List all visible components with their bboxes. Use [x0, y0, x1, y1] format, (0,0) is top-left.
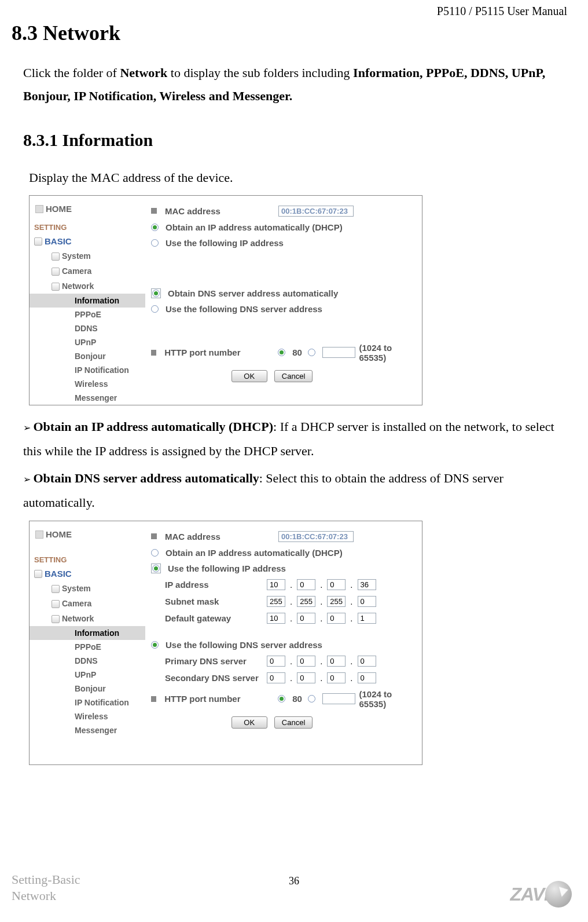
mask-oct-3[interactable]: 255	[327, 596, 346, 607]
brand-logo: ZAVI	[491, 879, 572, 909]
pdns-oct-3[interactable]: 0	[327, 656, 346, 667]
port-hint: (1024 to 65535)	[359, 343, 416, 363]
subsection-title: Information	[63, 130, 153, 149]
para-obtain-dns-bold: Obtain DNS server address automatically	[33, 471, 259, 485]
mask-oct-2[interactable]: 255	[297, 596, 315, 607]
sidebar: HOME SETTING BASIC System Camera Network…	[30, 521, 145, 737]
sidebar-basic[interactable]: BASIC	[30, 566, 145, 581]
ip-oct-2[interactable]: 0	[297, 579, 315, 590]
sidebar-sub-messenger[interactable]: Messenger	[30, 723, 145, 737]
sidebar-item-camera[interactable]: Camera	[30, 264, 145, 279]
brand-logo-icon	[545, 881, 572, 908]
radio-dns-auto[interactable]	[152, 290, 160, 297]
sidebar-sub-wireless[interactable]: Wireless	[30, 377, 145, 391]
gw-oct-4[interactable]: 1	[358, 613, 376, 624]
sdns-oct-2[interactable]: 0	[297, 672, 315, 683]
sidebar-sub-wireless[interactable]: Wireless	[30, 709, 145, 723]
http-port-label: HTTP port number	[164, 347, 274, 357]
sidebar-home[interactable]: HOME	[30, 200, 145, 219]
gw-oct-1[interactable]: 10	[267, 613, 285, 624]
sidebar-home[interactable]: HOME	[30, 526, 145, 545]
sidebar-sub-ddns[interactable]: DDNS	[30, 654, 145, 668]
radio-ip-auto[interactable]	[151, 224, 159, 231]
sidebar-sub-ipnotification[interactable]: IP Notification	[30, 363, 145, 377]
sidebar-sub-upnp[interactable]: UPnP	[30, 335, 145, 349]
radio-port-custom[interactable]	[308, 695, 315, 703]
section-heading: 8.3 Network	[12, 21, 567, 45]
port-custom-input[interactable]	[322, 693, 356, 704]
sidebar-item-camera[interactable]: Camera	[30, 596, 145, 611]
sidebar-sub-information[interactable]: Information	[30, 294, 145, 308]
sidebar-sub-pppoe[interactable]: PPPoE	[30, 640, 145, 654]
pdns-oct-2[interactable]: 0	[297, 656, 315, 667]
label-dns-static: Use the following DNS server address	[166, 640, 322, 650]
ok-button[interactable]: OK	[231, 716, 267, 729]
square-bullet-icon	[151, 533, 157, 539]
sidebar-basic[interactable]: BASIC	[30, 234, 145, 248]
triangle-bullet-icon: ➢	[23, 474, 33, 484]
ip-oct-1[interactable]: 10	[267, 579, 285, 590]
radio-dns-static[interactable]	[151, 305, 159, 313]
cancel-button[interactable]: Cancel	[274, 716, 313, 729]
para-obtain-ip-bold: Obtain an IP address automatically (DHCP…	[33, 419, 273, 434]
ip-oct-3[interactable]: 0	[327, 579, 346, 590]
radio-port-custom[interactable]	[308, 349, 315, 356]
screenshot-panel-2: HOME SETTING BASIC System Camera Network…	[29, 521, 422, 765]
square-bullet-icon	[151, 696, 156, 702]
radio-port-80[interactable]	[278, 349, 285, 356]
sidebar-sub-ipnotification[interactable]: IP Notification	[30, 696, 145, 709]
sidebar-sub-ddns[interactable]: DDNS	[30, 321, 145, 335]
section-title: Network	[43, 21, 120, 45]
sidebar-setting-label: SETTING	[30, 219, 145, 234]
pdns-oct-1[interactable]: 0	[267, 656, 285, 667]
gw-oct-3[interactable]: 0	[327, 613, 346, 624]
label-ip-auto: Obtain an IP address automatically (DHCP…	[166, 222, 343, 232]
intro-bold-network: Network	[120, 65, 167, 80]
sidebar-sub-pppoe[interactable]: PPPoE	[30, 308, 145, 321]
sidebar-sub-bonjour[interactable]: Bonjour	[30, 349, 145, 363]
sidebar-sub-upnp[interactable]: UPnP	[30, 668, 145, 682]
label-port-80: 80	[292, 347, 302, 357]
sdns-oct-4[interactable]: 0	[358, 672, 376, 683]
sidebar-item-network[interactable]: Network	[30, 279, 145, 294]
subnet-mask-label: Subnet mask	[165, 597, 263, 606]
port-custom-input[interactable]	[322, 347, 356, 358]
mac-label: MAC address	[165, 532, 275, 542]
radio-ip-static[interactable]	[151, 239, 159, 247]
radio-dns-auto-box	[151, 288, 161, 298]
sdns-oct-1[interactable]: 0	[267, 672, 285, 683]
brand-logo-text: ZAVI	[510, 884, 549, 905]
radio-port-80[interactable]	[278, 695, 285, 703]
sidebar-item-system[interactable]: System	[30, 581, 145, 596]
para-obtain-dns: ➢ Obtain DNS server address automaticall…	[23, 466, 567, 515]
ip-oct-4[interactable]: 36	[358, 579, 376, 590]
footer-left-line2: Network	[12, 888, 80, 905]
manual-title: P5110 / P5115 User Manual	[437, 5, 567, 18]
secondary-dns-label: Secondary DNS server	[165, 673, 263, 683]
para-obtain-ip: ➢ Obtain an IP address automatically (DH…	[23, 415, 567, 463]
radio-ip-static[interactable]	[152, 565, 160, 572]
form-area: MAC address 00:1B:CC:67:07:23 Obtain an …	[151, 528, 416, 729]
intro-paragraph: Click the folder of Network to display t…	[23, 61, 567, 107]
cancel-button[interactable]: Cancel	[274, 370, 313, 382]
pdns-oct-4[interactable]: 0	[358, 656, 376, 667]
radio-ip-auto[interactable]	[151, 549, 159, 557]
sidebar-sub-bonjour[interactable]: Bonjour	[30, 682, 145, 696]
radio-dns-static[interactable]	[151, 641, 159, 649]
section-number: 8.3	[12, 21, 38, 45]
label-port-80: 80	[292, 694, 302, 704]
sidebar-setting-label: SETTING	[30, 552, 145, 566]
mac-label: MAC address	[165, 206, 275, 216]
sdns-oct-3[interactable]: 0	[327, 672, 346, 683]
sidebar-sub-messenger[interactable]: Messenger	[30, 391, 145, 405]
triangle-bullet-icon: ➢	[23, 423, 33, 433]
intro-mid: to display the sub folders including	[167, 65, 353, 80]
mask-oct-4[interactable]: 0	[358, 596, 376, 607]
sidebar-item-network[interactable]: Network	[30, 611, 145, 626]
mask-oct-1[interactable]: 255	[267, 596, 285, 607]
sidebar-item-system[interactable]: System	[30, 248, 145, 264]
sidebar-sub-information[interactable]: Information	[30, 626, 145, 640]
ok-button[interactable]: OK	[231, 370, 267, 382]
gw-oct-2[interactable]: 0	[297, 613, 315, 624]
square-bullet-icon	[151, 208, 157, 214]
